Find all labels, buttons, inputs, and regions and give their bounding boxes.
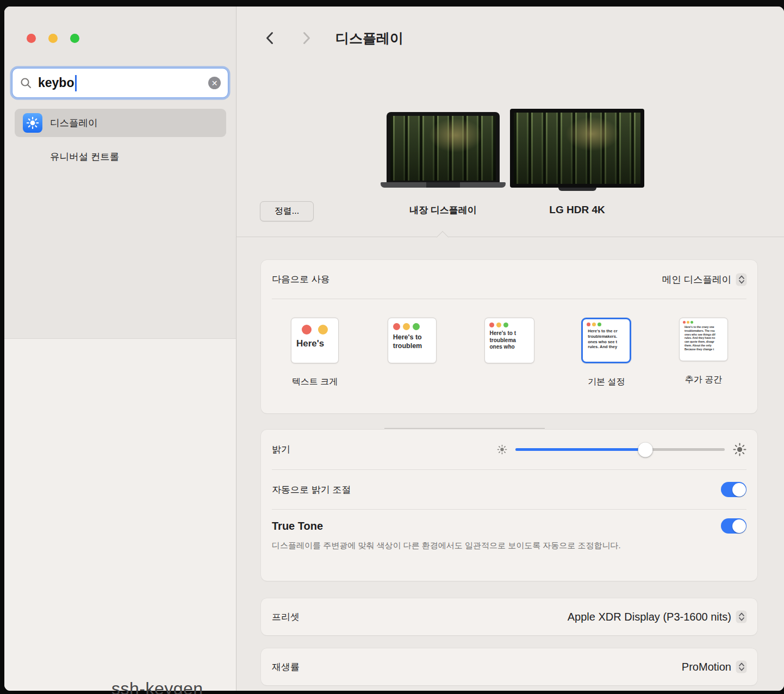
brightness-label: 밝기	[272, 443, 290, 456]
stepper-chevrons-icon	[736, 661, 746, 673]
thumb-text: Here's to the cr	[588, 329, 617, 334]
monitor-frame	[510, 109, 644, 188]
use-as-value: 메인 디스플레이	[662, 273, 731, 286]
thumb-text: ones who see t	[588, 339, 617, 345]
sun-bright-icon	[733, 443, 746, 456]
sidebar-item-displays[interactable]: 디스플레이	[15, 109, 226, 137]
search-query-text: keybo	[38, 76, 74, 90]
header: 디스플레이	[260, 27, 403, 49]
stepper-chevrons-icon	[736, 611, 746, 623]
thumb-text: troublem	[393, 342, 422, 350]
brightness-card: 밝기 자동으로 밝기 조절	[261, 430, 757, 581]
preset-popup[interactable]: Apple XDR Display (P3-1600 nits)	[568, 611, 746, 623]
brightness-knob[interactable]	[638, 442, 652, 457]
slider-track[interactable]	[515, 448, 725, 451]
true-tone-toggle[interactable]	[721, 518, 746, 534]
refresh-rate-value: ProMotion	[682, 661, 731, 673]
built-in-display-label: 내장 디스플레이	[381, 204, 506, 216]
wallpaper-forest-image	[390, 116, 496, 181]
stepper-chevrons-icon	[736, 274, 746, 286]
use-as-label: 다음으로 사용	[272, 273, 330, 286]
scaling-divider-line	[384, 428, 545, 429]
scaling-thumbnail: Here's to troublem	[388, 318, 437, 363]
page-title: 디스플레이	[335, 29, 403, 47]
search-icon	[20, 77, 33, 90]
thumb-text: ones who see things dif	[685, 333, 715, 337]
scaling-option-larger-text[interactable]: Here's 텍스트 크게	[274, 318, 356, 387]
scaling-thumbnail-selected: Here's to the cr troublemakers. ones who…	[581, 318, 631, 363]
scaling-option-default[interactable]: Here's to the cr troublemakers. ones who…	[565, 318, 647, 387]
external-display-thumbnail[interactable]	[510, 109, 644, 191]
sidebar-item-label: 디스플레이	[50, 116, 98, 129]
clear-search-button[interactable]: ✕	[208, 77, 221, 89]
true-tone-label: True Tone	[272, 520, 323, 532]
thumb-text: Here's	[296, 338, 324, 350]
thumb-text: Here's to	[393, 333, 422, 342]
true-tone-row: True Tone 디스플레이를 주변광에 맞춰 색상이 다른 환경에서도 일관…	[261, 510, 757, 562]
forward-button[interactable]	[297, 27, 316, 49]
selected-display-pointer	[437, 231, 449, 244]
scaling-thumbnail: Here's to t troublema ones who	[484, 318, 534, 363]
thumb-text: Here's to the crazy one	[685, 325, 714, 329]
search-input[interactable]: keybo ✕	[12, 68, 228, 98]
thumb-text: troublemakers.	[588, 334, 617, 339]
zoom-button[interactable]	[70, 34, 79, 43]
thumb-text: them. About the only	[685, 344, 712, 348]
scaling-option-more-space[interactable]: Here's to the crazy one troublemakers. T…	[663, 318, 744, 387]
auto-brightness-label: 자동으로 밝기 조절	[272, 484, 351, 496]
arrange-button[interactable]: 정렬...	[260, 201, 314, 221]
scaling-thumbnail: Here's	[291, 318, 339, 363]
use-as-row: 다음으로 사용 메인 디스플레이	[261, 260, 757, 299]
sidebar-search-panel	[4, 7, 236, 339]
resolution-card: 다음으로 사용 메인 디스플레이 Here's	[261, 260, 757, 413]
brightness-slider[interactable]	[497, 443, 746, 456]
auto-brightness-toggle[interactable]	[721, 482, 746, 497]
built-in-display-thumbnail[interactable]	[381, 112, 506, 188]
refresh-rate-card: 재생률 ProMotion	[261, 648, 757, 685]
true-tone-description: 디스플레이를 주변광에 맞춰 색상이 다른 환경에서도 일관적으로 보이도록 자…	[272, 539, 671, 552]
back-button[interactable]	[260, 27, 279, 49]
thumb-text: troublemakers. The rou	[685, 329, 715, 333]
sun-dim-icon	[497, 444, 507, 455]
preset-card: 프리셋 Apple XDR Display (P3-1600 nits)	[261, 598, 757, 635]
display-arrangement: 내장 디스플레이 LG HDR 4K	[237, 109, 784, 231]
sidebar-item-label: 유니버설 컨트롤	[50, 150, 119, 163]
toggle-knob	[732, 483, 746, 497]
wallpaper-forest-image	[514, 113, 640, 184]
external-display-label: LG HDR 4K	[510, 204, 644, 216]
minimize-button[interactable]	[48, 34, 58, 43]
preset-label: 프리셋	[272, 611, 300, 623]
scaling-option-label: 추가 공간	[685, 374, 722, 385]
system-settings-window: keybo ✕ 디스플레이 유니버설 컨트롤	[4, 7, 784, 691]
toggle-knob	[732, 519, 746, 533]
thumb-text: rules. And they	[588, 344, 617, 350]
laptop-screen	[387, 112, 500, 182]
scaling-option-label: 텍스트 크게	[292, 376, 338, 387]
preset-row: 프리셋 Apple XDR Display (P3-1600 nits)	[261, 598, 757, 635]
scaling-option-2[interactable]: Here's to troublem	[371, 318, 453, 387]
thumb-text: Here's to t	[490, 330, 517, 337]
scaling-options: Here's 텍스트 크게 Here's to troublem	[261, 299, 757, 387]
use-as-popup[interactable]: 메인 디스플레이	[662, 273, 746, 286]
brightness-fill	[515, 448, 645, 451]
window-controls	[27, 34, 79, 43]
preset-value: Apple XDR Display (P3-1600 nits)	[568, 611, 731, 623]
text-caret	[75, 75, 77, 91]
laptop-base	[381, 182, 506, 188]
refresh-rate-label: 재생률	[272, 661, 300, 673]
scaling-option-3[interactable]: Here's to t troublema ones who	[469, 318, 550, 387]
thumb-text: rules. And they have no	[685, 336, 715, 340]
thumb-text: troublema	[490, 337, 516, 344]
scaling-option-label: 기본 설정	[588, 376, 625, 387]
sidebar-item-universal-control[interactable]: 유니버설 컨트롤	[15, 142, 226, 171]
display-brightness-icon	[23, 113, 42, 133]
brightness-row: 밝기	[261, 430, 757, 469]
refresh-rate-row: 재생률 ProMotion	[261, 648, 757, 685]
sidebar: keybo ✕ 디스플레이 유니버설 컨트롤	[4, 7, 237, 691]
thumb-text: Because they change t	[685, 348, 714, 351]
scaling-thumbnail: Here's to the crazy one troublemakers. T…	[679, 318, 728, 361]
close-button[interactable]	[27, 34, 36, 43]
thumb-text: can quote them, disagr	[685, 340, 714, 344]
refresh-rate-popup[interactable]: ProMotion	[682, 661, 746, 673]
main-content: 디스플레이 내장 디스플레이 LG HDR 4K 정렬... 다음으로 사용	[237, 7, 784, 691]
